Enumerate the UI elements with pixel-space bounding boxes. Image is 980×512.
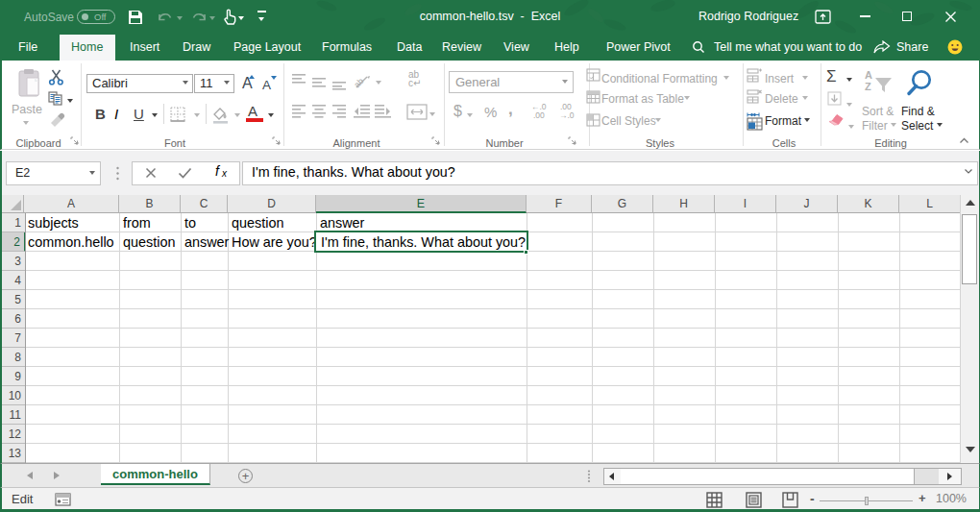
svg-text:ab: ab xyxy=(354,76,365,89)
